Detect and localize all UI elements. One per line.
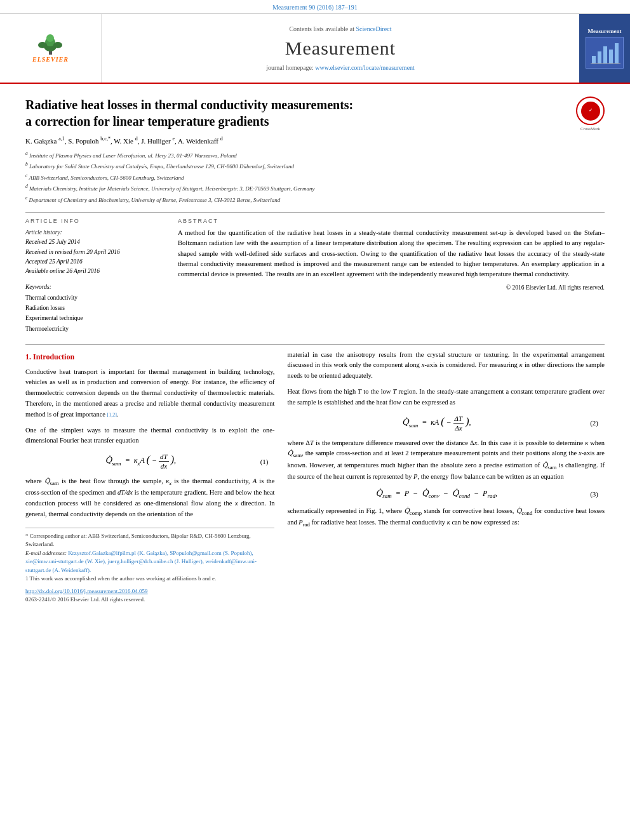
crossmark-label: CrossMark	[576, 126, 605, 131]
crossmark-text: ✓	[589, 109, 593, 114]
keyword-2: Radiation losses	[25, 303, 165, 313]
divider-1	[25, 212, 605, 213]
crossmark-badge: ✓	[576, 97, 605, 125]
intro-heading: 1. Introduction	[25, 352, 274, 362]
crossmark-inner: ✓	[581, 102, 600, 121]
journal-center: Contents lists available at ScienceDirec…	[102, 14, 579, 83]
elsevier-logo: ELSEVIER	[25, 32, 76, 64]
right-p4: schematically represented in Fig. 1, whe…	[287, 506, 605, 529]
thumb-title: Measurement	[588, 28, 622, 34]
svg-rect-7	[598, 51, 601, 63]
article-title: Radiative heat losses in thermal conduct…	[25, 97, 605, 130]
keywords-section: Keywords: Thermal conductivity Radiation…	[25, 284, 165, 334]
equation-1-container: Q̇sam = κxA ( − dT dx ), (1)	[25, 453, 274, 470]
journal-homepage: journal homepage: www.elsevier.com/locat…	[266, 64, 415, 71]
svg-point-4	[38, 42, 47, 48]
journal-thumbnail: Measurement	[579, 14, 630, 83]
history-label: Article history:	[25, 228, 165, 237]
crossmark-badge-area: ✓ CrossMark	[576, 97, 605, 131]
keyword-4: Thermoelectricity	[25, 324, 165, 334]
affil-e: e Department of Chemistry and Biochemist…	[25, 194, 605, 205]
footnote-emails: E-mail addresses: Krzysztof.Galazka@ifpi…	[25, 549, 274, 575]
intro-p2: One of the simplest ways to measure the …	[25, 425, 274, 447]
info-abstract-columns: ARTICLE INFO Article history: Received 2…	[25, 218, 605, 334]
available-date: Available online 26 April 2016	[25, 267, 165, 276]
equation-1: Q̇sam = κxA ( − dT dx ),	[32, 453, 249, 470]
equation-2-container: Q̇sam = κA ( − ΔT Δx ), (2)	[287, 415, 605, 432]
eq1-number: (1)	[249, 458, 268, 465]
homepage-link[interactable]: www.elsevier.com/locate/measurement	[315, 64, 415, 71]
svg-rect-10	[615, 43, 619, 63]
eq2-number: (2)	[579, 419, 598, 427]
keywords-label: Keywords:	[25, 284, 165, 290]
authors-line: K. Gałązka a,1, S. Populoh b,c,*, W. Xie…	[25, 136, 605, 145]
affil-c: c ABB Switzerland, Semiconductors, CH-56…	[25, 172, 605, 183]
affil-d: d Materials Chemistry, Institute for Mat…	[25, 183, 605, 194]
footnote-note1: 1 This work was accomplished when the au…	[25, 575, 274, 583]
affil-a: a Institute of Plasma Physics and Laser …	[25, 150, 605, 161]
journal-header: ELSEVIER Contents lists available at Sci…	[0, 14, 630, 84]
right-p2: Heat flows from the high T to the low T …	[287, 387, 605, 408]
article-content: ✓ CrossMark Radiative heat losses in the…	[0, 84, 630, 617]
right-p3: where ΔT is the temperature difference m…	[287, 438, 605, 483]
svg-point-5	[53, 42, 62, 48]
elsevier-tree-icon	[33, 32, 68, 55]
abstract-column: ABSTRACT A method for the quantification…	[178, 218, 605, 334]
keyword-1: Thermal conductivity	[25, 293, 165, 303]
thumb-chart-icon	[589, 40, 620, 65]
thumb-image	[586, 37, 624, 69]
footnotes: * Corresponding author at: ABB Switzerla…	[25, 528, 274, 604]
keyword-3: Experimental technique	[25, 313, 165, 323]
sciencedirect-link[interactable]: ScienceDirect	[356, 25, 391, 32]
journal-title: Measurement	[285, 37, 396, 59]
footnote-corresponding: * Corresponding author at: ABB Switzerla…	[25, 532, 274, 549]
abstract-label: ABSTRACT	[178, 218, 605, 224]
doi-link[interactable]: http://dx.doi.org/10.1016/j.measurement.…	[25, 588, 148, 594]
right-p1: material in case the anisotropy results …	[287, 350, 605, 382]
abstract-text: A method for the quantification of the r…	[178, 228, 605, 279]
elsevier-logo-area: ELSEVIER	[0, 14, 102, 83]
svg-rect-6	[592, 56, 596, 63]
keywords-list: Thermal conductivity Radiation losses Ex…	[25, 293, 165, 334]
article-info-label: ARTICLE INFO	[25, 218, 165, 224]
elsevier-text: ELSEVIER	[32, 56, 69, 63]
eq1-where: where Q̇sam is the heat flow through the…	[25, 476, 274, 519]
affil-b: b Laboratory for Solid State Chemistry a…	[25, 161, 605, 171]
equation-2: Q̇sam = κA ( − ΔT Δx ),	[293, 415, 579, 432]
body-columns: 1. Introduction Conductive heat transpor…	[25, 350, 605, 604]
divider-2	[25, 344, 605, 345]
sciencedirect-line: Contents lists available at ScienceDirec…	[289, 25, 391, 32]
article-info-column: ARTICLE INFO Article history: Received 2…	[25, 218, 165, 334]
copyright: © 2016 Elsevier Ltd. All rights reserved…	[178, 284, 605, 291]
body-left-column: 1. Introduction Conductive heat transpor…	[25, 350, 274, 604]
issn: 0263-2241/© 2016 Elsevier Ltd. All right…	[25, 596, 274, 604]
svg-rect-9	[609, 50, 613, 63]
accepted-date: Accepted 25 April 2016	[25, 257, 165, 267]
eq3-number: (3)	[579, 490, 598, 498]
ref-1-2[interactable]: [1,2]	[107, 412, 117, 418]
svg-point-3	[46, 34, 54, 42]
intro-p1: Conductive heat transport is important f…	[25, 367, 274, 420]
received-date: Received 25 July 2014	[25, 237, 165, 247]
equation-3: Q̇sam = P − Q̇conv − Q̇cond − Prad,	[293, 488, 579, 499]
journal-reference: Measurement 90 (2016) 187–191	[0, 0, 630, 14]
svg-rect-8	[603, 46, 607, 63]
equation-3-container: Q̇sam = P − Q̇conv − Q̇cond − Prad, (3)	[287, 488, 605, 499]
revised-date: Received in revised form 20 April 2016	[25, 248, 165, 257]
body-right-column: material in case the anisotropy results …	[287, 350, 605, 604]
affiliations: a Institute of Plasma Physics and Laser …	[25, 150, 605, 205]
article-history: Article history: Received 25 July 2014 R…	[25, 228, 165, 276]
